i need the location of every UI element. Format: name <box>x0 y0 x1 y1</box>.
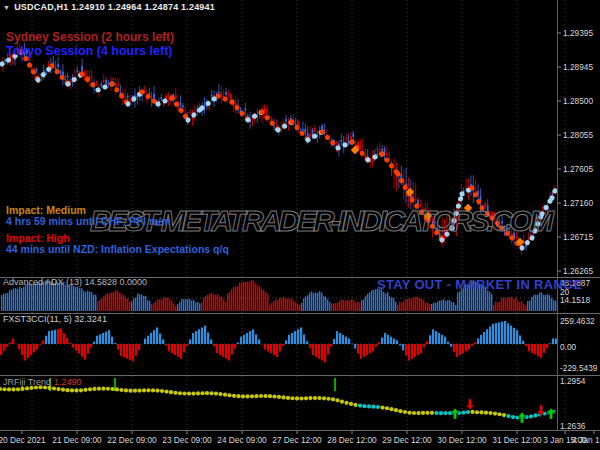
time-axis-label: 20 Dec 2021 <box>0 435 46 445</box>
axis-label: 1.28945 <box>563 62 593 72</box>
cci-area-layer <box>0 321 557 362</box>
axis-label: 1.28055 <box>563 130 593 140</box>
trend-line-layer <box>0 378 556 420</box>
time-axis-label: 27 Dec 12:00 <box>272 435 322 445</box>
time-axis-label: 24 Dec 09:00 <box>217 435 267 445</box>
adx-histogram-layer <box>0 280 557 311</box>
time-axis-label: 30 Dec 12:00 <box>437 435 487 445</box>
axis-label: 14.1518 <box>560 295 590 305</box>
axis-label: 0.00 <box>560 342 577 352</box>
axis-label: 1.26265 <box>563 266 593 276</box>
time-axis[interactable]: 20 Dec 202121 Dec 09:0022 Dec 09:0023 De… <box>0 431 600 445</box>
time-axis-label: 21 Dec 09:00 <box>52 435 102 445</box>
time-axis-label: 29 Dec 12:00 <box>382 435 432 445</box>
watermark-text: BEST-METATRADER-INDICATORS.COM <box>90 204 555 237</box>
axis-label: 1.26715 <box>563 232 593 242</box>
time-axis-label: 4 Jan 15:00 <box>572 435 600 445</box>
axis-label: 1.27160 <box>563 198 593 208</box>
axis-label: 1.2954 <box>560 376 586 386</box>
chart-canvas[interactable]: BEST-METATRADER-INDICATORS.COM1.293951.2… <box>0 0 600 450</box>
mt4-chart-window: BEST-METATRADER-INDICATORS.COM1.293951.2… <box>0 0 600 450</box>
time-axis-label: 23 Dec 09:00 <box>162 435 212 445</box>
axis-label: 1.2636 <box>560 421 586 431</box>
time-axis-label: 28 Dec 12:00 <box>327 435 377 445</box>
time-axis-label: 22 Dec 09:00 <box>107 435 157 445</box>
axis-label: 1.29395 <box>563 28 593 38</box>
time-axis-label: 31 Dec 12:00 <box>492 435 542 445</box>
axis-label: -229.5439 <box>560 363 598 373</box>
axis-label: 259.4632 <box>560 316 595 326</box>
watermark: BEST-METATRADER-INDICATORS.COM <box>90 204 555 237</box>
axis-label: 1.28500 <box>563 96 593 106</box>
axis-label: 1.27605 <box>563 164 593 174</box>
price-axis[interactable]: 1.293951.289451.285001.280551.276051.271… <box>558 28 598 431</box>
